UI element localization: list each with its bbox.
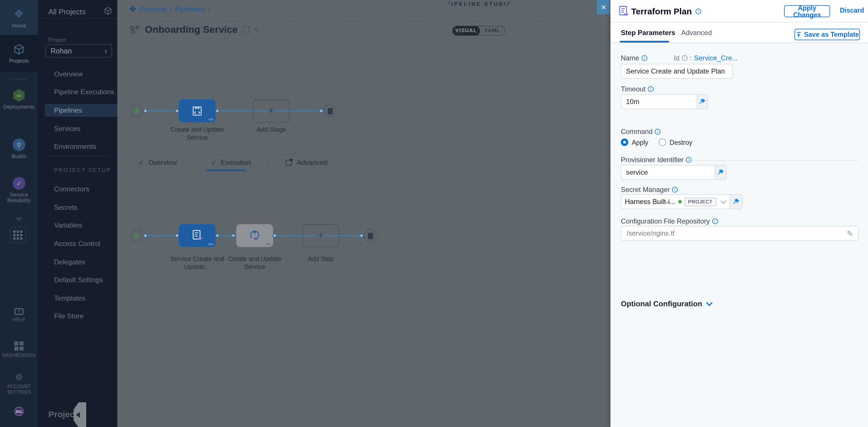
terraform-plan-icon xyxy=(191,229,203,242)
timeout-label: Timeout xyxy=(621,85,646,93)
deployments-icon: ∞ xyxy=(13,89,25,102)
tab-overview[interactable]: Overview xyxy=(148,159,177,167)
save-as-template-button[interactable]: Save as Template xyxy=(795,29,860,40)
close-icon[interactable]: ✕ xyxy=(597,0,611,14)
breadcrumb-projects[interactable]: Projects xyxy=(140,5,167,13)
breadcrumb-pipelines[interactable]: Pipelines xyxy=(175,5,205,13)
timeout-input[interactable] xyxy=(621,94,697,109)
id-label: Id xyxy=(674,54,679,62)
pin-button[interactable] xyxy=(697,94,708,109)
sidebar-item-services[interactable]: Services xyxy=(38,123,117,135)
node-port xyxy=(143,233,148,238)
node-port xyxy=(215,109,220,113)
secret-manager-select[interactable]: Harness Built-i... PROJECT xyxy=(621,194,730,209)
nav-item-dashboards[interactable]: DASHBOARDS xyxy=(0,341,38,358)
id-value-link[interactable]: Service_Cre... xyxy=(694,54,738,62)
add-stage-button[interactable]: + xyxy=(253,99,290,123)
step-parameters-form: Name i Id i : Service_Cre... Timeout i xyxy=(611,43,868,427)
info-icon[interactable]: i xyxy=(682,55,687,61)
tab-advanced[interactable]: Advanced xyxy=(681,29,712,37)
sidebar-item-delegates[interactable]: Delegates xyxy=(38,256,117,268)
step-node-terraform-plan-selected[interactable]: </> xyxy=(179,224,216,247)
sidebar-item-environments[interactable]: Environments xyxy=(38,140,117,153)
nav-item-help[interactable]: ? HELP xyxy=(0,308,38,322)
radio-destroy-label: Destroy xyxy=(670,139,692,146)
name-input[interactable] xyxy=(621,64,733,79)
execution-start-node xyxy=(130,229,143,242)
tab-execution[interactable]: Execution xyxy=(221,159,251,167)
sidebar-item-variables[interactable]: Variables xyxy=(38,219,117,232)
apply-changes-button[interactable]: Apply Changes xyxy=(784,5,830,17)
project-selector[interactable]: Rohan › xyxy=(45,44,112,58)
sidebar-item-pipelines[interactable]: Pipelines xyxy=(45,104,117,117)
notes-icon[interactable] xyxy=(243,26,249,34)
radio-apply[interactable] xyxy=(621,138,628,146)
check-icon: ✓ xyxy=(138,159,144,167)
sidebar-item-access-control[interactable]: Access Control xyxy=(38,237,117,250)
drawer-header: Terraform Plan i Apply Changes Discard xyxy=(611,0,868,23)
command-label: Command xyxy=(621,128,653,136)
nav-item-builds[interactable]: ⚲ Builds xyxy=(0,138,38,159)
stop-icon xyxy=(328,108,333,114)
pencil-icon[interactable]: ✎ xyxy=(254,26,260,34)
provisioner-label: Provisioner Identifier xyxy=(621,156,684,164)
nav-item-home[interactable]: ❖ Home xyxy=(0,0,38,35)
all-projects-header[interactable]: All Projects xyxy=(48,7,86,16)
nav-item-account-settings[interactable]: ⚙ ACCOUNT SETTINGS xyxy=(0,372,38,395)
tab-step-parameters[interactable]: Step Parameters xyxy=(621,29,675,37)
pipeline-start-node xyxy=(130,105,143,117)
info-icon[interactable]: i xyxy=(642,55,647,61)
provisioner-input[interactable] xyxy=(621,165,715,180)
play-icon xyxy=(135,108,140,114)
sidebar-item-templates[interactable]: Templates xyxy=(38,292,117,304)
harness-logo-icon: ❖ xyxy=(129,4,136,14)
info-icon[interactable]: i xyxy=(672,187,678,193)
config-repo-label-row: Configuration File Repository i xyxy=(621,217,718,225)
add-step-button[interactable]: + xyxy=(302,224,339,247)
command-label-row: Command i xyxy=(621,128,661,136)
edit-pencil-icon[interactable]: ✎ xyxy=(847,229,853,238)
pin-button[interactable] xyxy=(730,194,743,209)
execution-end-node xyxy=(364,229,376,242)
nav-label: Reliability xyxy=(0,198,38,203)
step-node-terraform-apply[interactable]: </> xyxy=(236,224,273,247)
stage-node-create-and-update-service[interactable]: </> xyxy=(179,99,216,123)
radio-destroy[interactable] xyxy=(659,138,666,146)
toggle-yaml[interactable]: YAML xyxy=(480,27,505,35)
rail-collapse-chevron-icon[interactable] xyxy=(15,214,23,224)
info-icon[interactable]: i xyxy=(655,129,661,134)
sidebar-item-default-settings[interactable]: Default Settings xyxy=(38,273,117,286)
pipeline-end-node xyxy=(323,105,336,117)
sidebar-item-secrets[interactable]: Secrets xyxy=(38,201,117,214)
pipeline-title-row: Onboarding Service ✎ xyxy=(130,24,260,36)
timeout-label-row: Timeout i xyxy=(621,85,654,93)
info-icon[interactable]: i xyxy=(686,157,692,163)
command-radio-group: Apply Destroy xyxy=(621,138,692,146)
info-icon[interactable]: i xyxy=(695,9,701,14)
info-icon[interactable]: i xyxy=(648,86,654,92)
pin-button[interactable] xyxy=(715,165,726,180)
nav-item-projects[interactable]: Projects xyxy=(0,35,38,72)
sidebar-item-pipeline-executions[interactable]: Pipeline Executions xyxy=(38,86,117,98)
user-avatar[interactable]: RG xyxy=(14,407,24,416)
toggle-visual[interactable]: VISUAL xyxy=(453,26,480,36)
info-icon[interactable]: i xyxy=(712,219,718,224)
status-dot-icon xyxy=(678,200,682,203)
project-setup-section-title: PROJECT SETUP xyxy=(54,167,111,173)
config-repo-label: Configuration File Repository xyxy=(621,217,710,225)
timeout-input-group xyxy=(621,94,708,109)
node-port xyxy=(359,233,364,238)
module-grid-button[interactable] xyxy=(10,225,26,243)
sidebar-item-connectors[interactable]: Connectors xyxy=(38,183,117,195)
sidebar-item-file-store[interactable]: File Store xyxy=(38,310,117,322)
nav-item-deployments[interactable]: ∞ Deployments xyxy=(0,89,38,110)
nav-item-service-reliability[interactable]: ✓ Service Reliability xyxy=(0,177,38,203)
optional-configuration-toggle[interactable]: Optional Configuration xyxy=(621,299,711,308)
divider xyxy=(38,18,117,19)
tab-advanced[interactable]: Advanced xyxy=(297,159,328,167)
config-repo-field[interactable]: /service/nginx.tf ✎ xyxy=(621,226,859,241)
rail-divider xyxy=(10,79,28,79)
sidebar-item-overview[interactable]: Overview xyxy=(38,68,117,80)
discard-button[interactable]: Discard xyxy=(840,7,864,14)
check-icon: ✓ xyxy=(211,159,217,167)
